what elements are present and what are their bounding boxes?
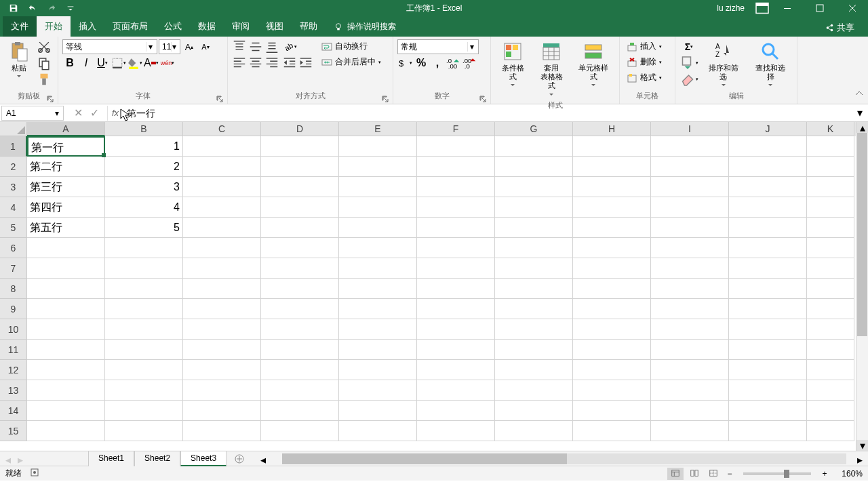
cell[interactable]: [417, 299, 495, 319]
cell[interactable]: [339, 401, 417, 421]
col-header-E[interactable]: E: [339, 122, 417, 136]
cell[interactable]: [183, 258, 261, 279]
cell[interactable]: [807, 258, 854, 279]
cell[interactable]: [417, 197, 495, 218]
enter-formula-button[interactable]: ✓: [87, 106, 102, 121]
share-button[interactable]: 共享: [819, 19, 860, 37]
col-header-H[interactable]: H: [573, 122, 651, 136]
cell[interactable]: 3: [105, 177, 183, 197]
cell[interactable]: [261, 360, 339, 380]
cell[interactable]: [807, 380, 854, 401]
border-button[interactable]: ▾: [111, 56, 126, 70]
undo-icon[interactable]: [24, 1, 41, 15]
cell[interactable]: [729, 360, 807, 380]
cell[interactable]: [105, 238, 183, 258]
cell[interactable]: [183, 319, 261, 340]
cell[interactable]: [339, 319, 417, 340]
cell[interactable]: [27, 380, 105, 401]
cell[interactable]: [495, 401, 573, 421]
cell[interactable]: [729, 218, 807, 238]
cell[interactable]: [573, 401, 651, 421]
sheet-tab[interactable]: Sheet1: [88, 451, 134, 466]
row-header[interactable]: 3: [0, 177, 27, 197]
cell[interactable]: [339, 360, 417, 380]
cell[interactable]: [651, 421, 729, 441]
cell[interactable]: [495, 136, 573, 157]
merge-center-button[interactable]: 合并后居中▾: [319, 55, 384, 69]
formula-input[interactable]: 第一行: [123, 106, 857, 121]
cell[interactable]: [651, 299, 729, 319]
tab-layout[interactable]: 页面布局: [104, 16, 156, 37]
row-header[interactable]: 4: [0, 197, 27, 218]
cell[interactable]: [807, 421, 854, 441]
cell[interactable]: [105, 421, 183, 441]
format-painter-button[interactable]: [37, 72, 52, 87]
cell[interactable]: [807, 279, 854, 299]
row-header[interactable]: 13: [0, 380, 27, 401]
cell[interactable]: [417, 238, 495, 258]
cell[interactable]: [417, 319, 495, 340]
cell[interactable]: [807, 136, 854, 157]
cell[interactable]: [573, 136, 651, 157]
cell[interactable]: [417, 380, 495, 401]
row-header[interactable]: 14: [0, 401, 27, 421]
cell[interactable]: [183, 340, 261, 360]
cell[interactable]: [105, 319, 183, 340]
cell[interactable]: [183, 380, 261, 401]
minimize-button[interactable]: [772, 0, 803, 16]
cell[interactable]: [261, 238, 339, 258]
font-color-button[interactable]: A▾: [144, 56, 159, 70]
expand-formula-bar[interactable]: ▾: [857, 106, 868, 119]
cell[interactable]: [573, 279, 651, 299]
sheet-nav-prev[interactable]: ◂: [5, 453, 16, 464]
zoom-in-button[interactable]: +: [819, 469, 830, 479]
cell[interactable]: [495, 360, 573, 380]
cell[interactable]: 4: [105, 197, 183, 218]
cell[interactable]: [807, 299, 854, 319]
col-header-K[interactable]: K: [807, 122, 854, 136]
autosum-button[interactable]: Σ▾: [679, 39, 698, 54]
row-header[interactable]: 7: [0, 258, 27, 279]
cell[interactable]: [807, 218, 854, 238]
cell[interactable]: [573, 421, 651, 441]
tab-view[interactable]: 视图: [258, 16, 292, 37]
format-table-button[interactable]: 套用 表格格式: [534, 39, 570, 99]
cell[interactable]: [339, 279, 417, 299]
ribbon-options-icon[interactable]: [754, 0, 770, 16]
sheet-tab[interactable]: Sheet2: [134, 451, 180, 466]
cell[interactable]: [339, 238, 417, 258]
cell[interactable]: 5: [105, 218, 183, 238]
cell[interactable]: [417, 421, 495, 441]
cell[interactable]: [807, 340, 854, 360]
scroll-down-button[interactable]: ▾: [856, 440, 868, 451]
cell[interactable]: [495, 279, 573, 299]
cell[interactable]: [339, 177, 417, 197]
format-cells-button[interactable]: 格式▾: [624, 70, 665, 85]
tab-data[interactable]: 数据: [190, 16, 224, 37]
cell[interactable]: [27, 360, 105, 380]
cell[interactable]: [729, 340, 807, 360]
bold-button[interactable]: B: [62, 56, 77, 70]
cell[interactable]: 1: [105, 136, 183, 157]
cell[interactable]: [417, 360, 495, 380]
cell[interactable]: 第二行: [27, 157, 105, 177]
cell[interactable]: [261, 401, 339, 421]
page-break-view-button[interactable]: [705, 468, 722, 480]
cell[interactable]: [651, 197, 729, 218]
cell[interactable]: [651, 136, 729, 157]
cell[interactable]: [261, 299, 339, 319]
row-header[interactable]: 2: [0, 157, 27, 177]
align-top-button[interactable]: [232, 39, 247, 54]
maximize-button[interactable]: [804, 0, 835, 16]
normal-view-button[interactable]: [667, 468, 684, 480]
decrease-font-button[interactable]: A▾: [198, 39, 213, 54]
cell[interactable]: [105, 258, 183, 279]
align-center-button[interactable]: [248, 56, 263, 70]
cell[interactable]: [651, 279, 729, 299]
cell[interactable]: [339, 421, 417, 441]
macro-record-icon[interactable]: [30, 468, 39, 479]
name-box[interactable]: A1▾: [1, 106, 64, 121]
cell[interactable]: [729, 258, 807, 279]
cell[interactable]: [573, 319, 651, 340]
cell[interactable]: [651, 258, 729, 279]
